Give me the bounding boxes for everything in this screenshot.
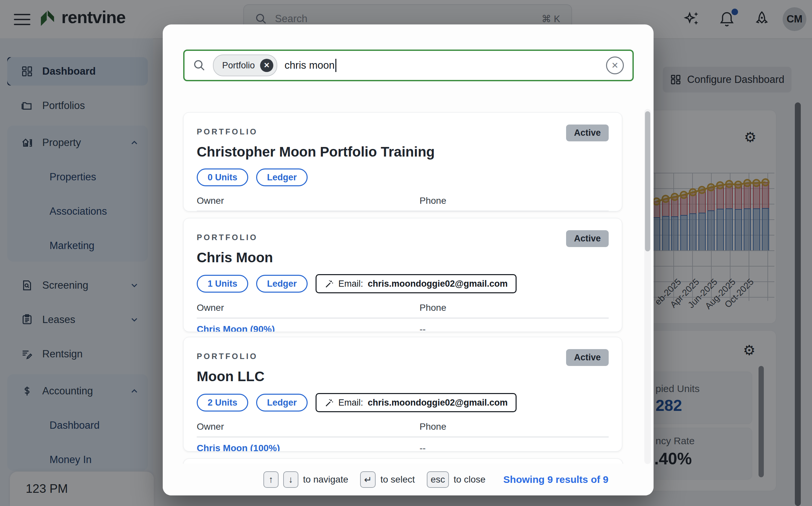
- result-title: Christopher Moon Portfolio Training: [197, 144, 609, 160]
- units-chip[interactable]: 1 Units: [197, 275, 248, 292]
- result-card-portfolio-2[interactable]: PORTFOLIO Active Chris Moon 1 Units Ledg…: [183, 218, 622, 332]
- email-label: Email:: [338, 398, 363, 408]
- email-chip[interactable]: Email: chris.moondoggie02@gmail.com: [316, 274, 517, 293]
- owner-row: Chris Moon (100%) --: [197, 437, 609, 451]
- select-hint: to select: [380, 474, 415, 485]
- units-chip[interactable]: 0 Units: [197, 168, 248, 186]
- units-chip[interactable]: 2 Units: [197, 394, 248, 412]
- filter-chip-label: Portfolio: [222, 61, 255, 71]
- status-badge: Active: [566, 230, 609, 247]
- remove-filter-icon[interactable]: ✕: [260, 59, 273, 72]
- email-value: chris.moondoggie02@gmail.com: [368, 398, 508, 408]
- owner-table: Owner Phone Chris Moon (90%) -- steven (…: [197, 303, 609, 332]
- phone-value: --: [419, 443, 609, 451]
- result-card-portfolio-1[interactable]: PORTFOLIO Active Christopher Moon Portfo…: [183, 112, 622, 212]
- ledger-chip[interactable]: Ledger: [256, 394, 308, 412]
- status-badge: Active: [566, 124, 609, 141]
- text-caret: [335, 59, 336, 72]
- email-label: Email:: [338, 279, 363, 289]
- filter-chip-portfolio[interactable]: Portfolio ✕: [213, 55, 277, 76]
- key-arrow-down: ↓: [283, 471, 298, 488]
- search-query-text: chris moon: [285, 60, 335, 71]
- magic-wand-icon: [324, 279, 334, 288]
- search-icon: [193, 59, 206, 72]
- phone-header: Phone: [419, 195, 609, 206]
- results-count: Showing 9 results of 9: [503, 474, 608, 485]
- modal-footer: ↑ ↓ to navigate ↵ to select esc to close…: [163, 464, 653, 495]
- clear-search-icon[interactable]: ✕: [606, 57, 624, 74]
- result-category: PORTFOLIO: [197, 349, 258, 361]
- owner-header: Owner: [197, 195, 419, 206]
- close-hint: to close: [453, 474, 486, 485]
- email-chip[interactable]: Email: chris.moondoggie02@gmail.com: [316, 393, 517, 412]
- ledger-chip[interactable]: Ledger: [256, 168, 308, 186]
- result-card-portfolio-3[interactable]: PORTFOLIO Active Moon LLC 2 Units Ledger…: [183, 337, 622, 451]
- global-search-modal: Portfolio ✕ chris moon ✕ PORTFOLIO Activ…: [163, 24, 653, 495]
- result-title: Chris Moon: [197, 250, 609, 266]
- owner-row: Chris Moon (90%) --: [197, 318, 609, 332]
- modal-scrollbar-thumb[interactable]: [645, 111, 650, 251]
- result-category: PORTFOLIO: [197, 124, 258, 137]
- result-category: PORTFOLIO: [197, 230, 258, 242]
- owner-header: Owner: [197, 421, 419, 432]
- owner-header: Owner: [197, 303, 419, 313]
- result-title: Moon LLC: [197, 368, 609, 385]
- ledger-chip[interactable]: Ledger: [256, 275, 308, 292]
- key-arrow-up: ↑: [264, 471, 279, 488]
- key-enter: ↵: [360, 471, 376, 488]
- status-badge: Active: [566, 349, 609, 366]
- navigate-hint: to navigate: [303, 474, 348, 485]
- query-text-wrap[interactable]: chris moon: [285, 59, 599, 72]
- owner-table: Owner Phone Chris Moon (100%) -- Moon (0…: [197, 421, 609, 451]
- magic-wand-icon: [324, 398, 334, 407]
- phone-header: Phone: [419, 421, 609, 432]
- key-esc: esc: [427, 471, 449, 488]
- owner-link[interactable]: Chris Moon (90%): [197, 324, 275, 332]
- phone-header: Phone: [419, 303, 609, 313]
- owner-table: Owner Phone Christopher Moon (100%) --: [197, 195, 609, 212]
- email-value: chris.moondoggie02@gmail.com: [368, 279, 508, 289]
- owner-link[interactable]: Chris Moon (100%): [197, 443, 280, 451]
- modal-search-input[interactable]: Portfolio ✕ chris moon ✕: [183, 50, 634, 81]
- phone-value: --: [419, 324, 609, 332]
